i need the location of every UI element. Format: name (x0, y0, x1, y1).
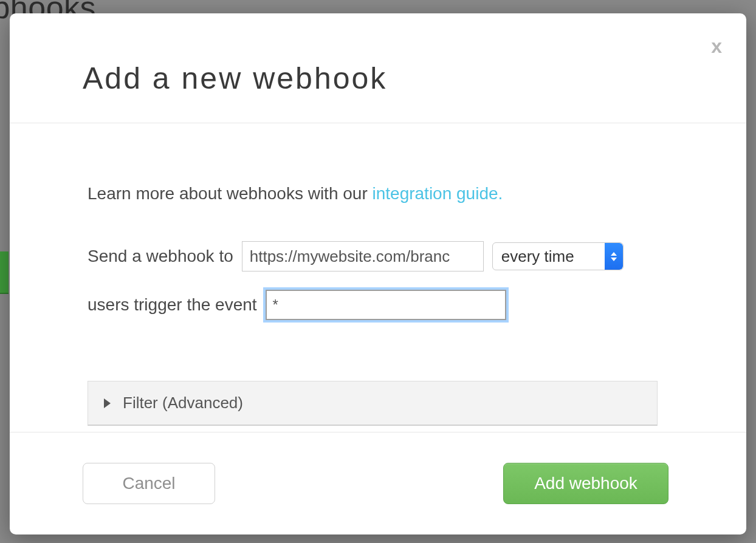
filter-advanced-toggle[interactable]: Filter (Advanced) (88, 381, 658, 426)
intro-prefix: Learn more about webhooks with our (88, 184, 373, 203)
event-name-input[interactable] (266, 290, 506, 320)
modal-title: Add a new webhook (83, 61, 746, 96)
frequency-selected-value: every time (501, 247, 574, 266)
page-backdrop: ebhooks Add a new webhook x Learn more a… (0, 0, 756, 543)
send-webhook-label: Send a webhook to (88, 247, 233, 266)
add-webhook-modal: Add a new webhook x Learn more about web… (10, 13, 746, 534)
frequency-select[interactable]: every time (492, 242, 624, 270)
cancel-button[interactable]: Cancel (83, 463, 215, 504)
add-webhook-button[interactable]: Add webhook (503, 463, 668, 504)
modal-header: Add a new webhook x (10, 13, 746, 123)
trigger-event-label: users trigger the event (88, 295, 257, 315)
webhook-url-input[interactable] (242, 241, 484, 272)
close-icon[interactable]: x (711, 36, 722, 56)
select-stepper-icon (605, 243, 623, 270)
modal-body: Learn more about webhooks with our integ… (10, 123, 746, 432)
chevron-right-icon (104, 398, 111, 408)
event-row: users trigger the event (88, 290, 668, 320)
intro-text: Learn more about webhooks with our integ… (88, 184, 668, 203)
integration-guide-link[interactable]: integration guide. (373, 184, 503, 203)
filter-advanced-label: Filter (Advanced) (123, 394, 243, 412)
webhook-url-row: Send a webhook to every time (88, 241, 668, 272)
modal-footer: Cancel Add webhook (10, 432, 746, 534)
background-green-strip (0, 251, 9, 294)
